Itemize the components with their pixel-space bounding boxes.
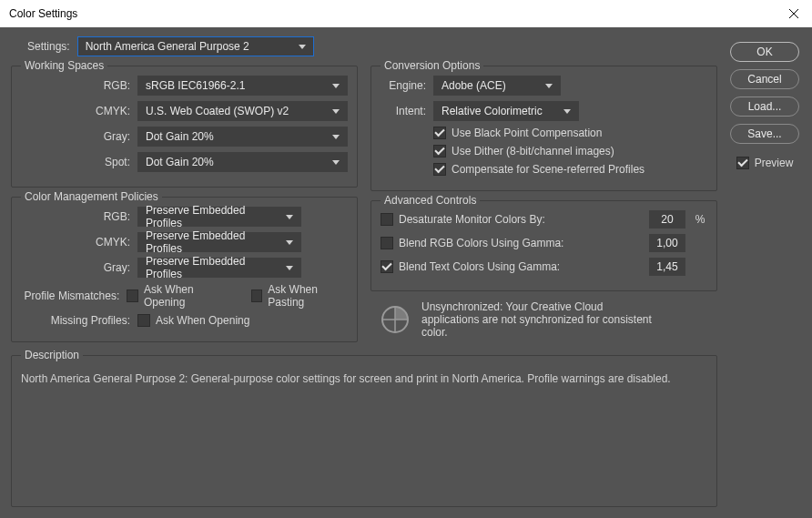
advanced-legend: Advanced Controls <box>381 194 480 207</box>
right-column: Conversion Options Engine: Adobe (ACE) I… <box>370 60 717 342</box>
missing-label: Missing Profiles: <box>21 314 130 327</box>
pol-rgb-label: RGB: <box>21 210 130 223</box>
settings-label: Settings: <box>27 40 70 53</box>
dialog-content: Settings: North America General Purpose … <box>0 27 812 518</box>
dither-label: Use Dither (8-bit/channel images) <box>452 145 614 157</box>
intent-select[interactable]: Relative Colorimetric <box>433 101 579 121</box>
settings-value: North America General Purpose 2 <box>86 40 249 53</box>
sync-text: Unsynchronized: Your Creative Cloud appl… <box>421 300 658 339</box>
ask-open2-label: Ask When Opening <box>156 314 249 327</box>
scene-label: Compensate for Scene-referred Profiles <box>452 163 645 176</box>
chevron-down-icon <box>332 109 340 114</box>
settings-select[interactable]: North America General Purpose 2 <box>77 36 314 56</box>
description-legend: Description <box>21 349 83 361</box>
intent-value: Relative Colorimetric <box>442 105 543 117</box>
policies-legend: Color Management Policies <box>21 190 162 203</box>
ws-cmyk-label: CMYK: <box>21 105 130 117</box>
blend-rgb-checkbox[interactable]: Blend RGB Colors Using Gamma: <box>381 237 563 249</box>
ask-paste-checkbox[interactable]: Ask When Pasting <box>251 283 348 309</box>
pol-gray-value: Preserve Embedded Profiles <box>146 255 279 280</box>
titlebar: Color Settings <box>0 0 812 27</box>
bpc-checkbox[interactable]: Use Black Point Compensation <box>433 127 602 139</box>
mismatch-label: Profile Mismatches: <box>21 289 119 302</box>
engine-label: Engine: <box>381 79 426 92</box>
ok-button[interactable]: OK <box>730 42 799 62</box>
columns: Working Spaces RGB: sRGB IEC61966-2.1 CM… <box>11 60 717 342</box>
sync-status: Unsynchronized: Your Creative Cloud appl… <box>370 300 717 339</box>
main-panel: Settings: North America General Purpose … <box>11 36 717 507</box>
working-spaces-group: Working Spaces RGB: sRGB IEC61966-2.1 CM… <box>11 66 358 188</box>
advanced-group: Advanced Controls Desaturate Monitor Col… <box>370 200 717 291</box>
blend-text-input[interactable] <box>649 258 685 276</box>
conversion-legend: Conversion Options <box>381 59 483 72</box>
ws-gray-label: Gray: <box>21 130 130 143</box>
blend-rgb-input[interactable] <box>649 234 685 252</box>
chevron-down-icon <box>332 135 340 139</box>
chevron-down-icon <box>332 160 340 165</box>
ask-paste-label: Ask When Pasting <box>268 283 348 309</box>
blend-text-label: Blend Text Colors Using Gamma: <box>399 260 560 273</box>
blend-text-checkbox[interactable]: Blend Text Colors Using Gamma: <box>381 260 560 273</box>
intent-label: Intent: <box>381 105 426 117</box>
policies-group: Color Management Policies RGB: Preserve … <box>11 197 358 342</box>
ws-spot-select[interactable]: Dot Gain 20% <box>137 152 348 172</box>
window-title: Color Settings <box>9 7 77 20</box>
preview-checkbox[interactable]: Preview <box>736 157 794 169</box>
description-text: North America General Purpose 2: General… <box>21 372 707 385</box>
chevron-down-icon <box>545 84 553 88</box>
cancel-button[interactable]: Cancel <box>730 69 799 89</box>
ws-cmyk-select[interactable]: U.S. Web Coated (SWOP) v2 <box>137 101 348 121</box>
ask-open2-checkbox[interactable]: Ask When Opening <box>137 314 249 327</box>
ws-cmyk-value: U.S. Web Coated (SWOP) v2 <box>146 105 289 117</box>
dither-checkbox[interactable]: Use Dither (8-bit/channel images) <box>433 145 614 157</box>
pol-cmyk-label: CMYK: <box>21 236 130 249</box>
save-button[interactable]: Save... <box>730 124 799 144</box>
pol-gray-select[interactable]: Preserve Embedded Profiles <box>137 258 301 278</box>
pol-rgb-value: Preserve Embedded Profiles <box>146 204 279 229</box>
ws-rgb-label: RGB: <box>21 79 130 92</box>
conversion-group: Conversion Options Engine: Adobe (ACE) I… <box>370 66 717 191</box>
ws-rgb-value: sRGB IEC61966-2.1 <box>146 79 245 92</box>
ws-spot-label: Spot: <box>21 156 130 168</box>
desat-pct: % <box>693 213 707 226</box>
pol-cmyk-value: Preserve Embedded Profiles <box>146 229 279 255</box>
pol-gray-label: Gray: <box>21 261 130 274</box>
chevron-down-icon <box>299 45 306 49</box>
engine-value: Adobe (ACE) <box>442 79 506 92</box>
desat-input[interactable] <box>649 210 685 229</box>
desat-checkbox[interactable]: Desaturate Monitor Colors By: <box>381 213 545 226</box>
ws-gray-select[interactable]: Dot Gain 20% <box>137 127 348 147</box>
chevron-down-icon <box>563 109 571 114</box>
load-button[interactable]: Load... <box>730 96 799 117</box>
unsynchronized-icon <box>380 304 411 335</box>
close-button[interactable] <box>776 0 812 27</box>
left-column: Working Spaces RGB: sRGB IEC61966-2.1 CM… <box>11 60 358 342</box>
pol-rgb-select[interactable]: Preserve Embedded Profiles <box>137 207 301 227</box>
ask-open-label: Ask When Opening <box>144 283 228 309</box>
chevron-down-icon <box>286 266 293 270</box>
ws-rgb-select[interactable]: sRGB IEC61966-2.1 <box>137 76 348 96</box>
description-group: Description North America General Purpos… <box>11 355 717 507</box>
chevron-down-icon <box>332 84 340 88</box>
scene-checkbox[interactable]: Compensate for Scene-referred Profiles <box>433 163 645 176</box>
ws-spot-value: Dot Gain 20% <box>146 156 214 168</box>
desat-label: Desaturate Monitor Colors By: <box>399 213 545 226</box>
engine-select[interactable]: Adobe (ACE) <box>433 76 561 96</box>
preview-label: Preview <box>755 157 794 169</box>
ws-gray-value: Dot Gain 20% <box>146 130 214 143</box>
button-sidebar: OK Cancel Load... Save... Preview <box>728 36 801 507</box>
settings-row: Settings: North America General Purpose … <box>27 36 717 56</box>
bpc-label: Use Black Point Compensation <box>452 127 602 139</box>
pol-cmyk-select[interactable]: Preserve Embedded Profiles <box>137 232 301 252</box>
close-icon <box>789 9 798 18</box>
blend-rgb-label: Blend RGB Colors Using Gamma: <box>399 237 563 249</box>
working-spaces-legend: Working Spaces <box>21 59 107 72</box>
chevron-down-icon <box>286 215 293 219</box>
chevron-down-icon <box>286 240 293 245</box>
ask-open-checkbox[interactable]: Ask When Opening <box>127 283 228 309</box>
